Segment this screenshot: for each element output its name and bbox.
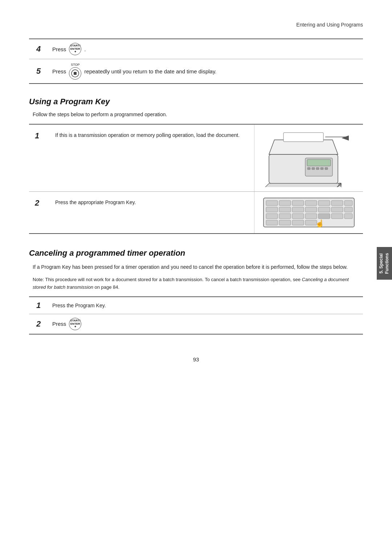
section1-step-1-image: ↗ <box>254 125 363 191</box>
section2-step-1-number: 1 <box>36 301 48 310</box>
svg-rect-24 <box>266 207 278 212</box>
section1-title: Using a Program Key <box>29 97 363 106</box>
step-4-content: Press START/ENTER✦ . <box>52 43 356 55</box>
svg-rect-8 <box>307 159 331 166</box>
start-enter-button-icon-4: START/ENTER✦ <box>69 43 81 55</box>
svg-rect-4 <box>283 133 323 142</box>
svg-rect-27 <box>305 207 317 212</box>
section2-step-2-content: Press START/ENTER✦ <box>52 318 356 330</box>
section2-step-2-row: 2 Press START/ENTER✦ <box>29 314 363 335</box>
step-4-number: 4 <box>36 44 48 54</box>
section2-step-1-text: Press the Program Key. <box>52 301 106 309</box>
svg-rect-40 <box>292 220 304 225</box>
svg-rect-39 <box>279 220 291 225</box>
fax-machine-svg: ↗ <box>262 129 356 187</box>
step-4-press-label: Press <box>52 46 66 52</box>
section1-step-2-image: ☝ <box>254 192 363 233</box>
side-tab-text: 5. Special Functions <box>379 251 390 276</box>
svg-rect-37 <box>344 214 352 219</box>
step-5-row: 5 Press STOP repeatedly until you return… <box>29 59 363 84</box>
svg-marker-3 <box>269 140 338 154</box>
step-5-content: Press STOP repeatedly until you return t… <box>52 63 356 80</box>
svg-rect-18 <box>279 200 291 206</box>
svg-rect-32 <box>279 214 291 219</box>
section2-step-1-content: Press the Program Key. <box>52 301 356 309</box>
step-4-row: 4 Press START/ENTER✦ . <box>29 39 363 59</box>
svg-rect-17 <box>266 200 278 206</box>
svg-rect-30 <box>344 207 352 212</box>
start-enter-button-icon-cancel: START/ENTER✦ <box>69 318 81 330</box>
stop-button-icon <box>69 67 81 80</box>
page: Entering and Using Programs 4 Press STAR… <box>0 0 392 555</box>
section2-step-1-row: 1 Press the Program Key. <box>29 296 363 314</box>
section2-note: Note: This procedure will not work for a… <box>33 276 363 291</box>
note-italic-ref: Canceling a document stored for batch tr… <box>33 277 349 290</box>
svg-rect-34 <box>305 214 317 219</box>
step-4-text-after: . <box>84 46 86 52</box>
section2-step-2-press-label: Press <box>52 321 66 327</box>
svg-rect-28 <box>318 207 330 212</box>
step-5-text-after: repeatedly until you return to the date … <box>84 68 216 74</box>
step-5-press-label: Press <box>52 68 66 74</box>
side-tab: 5. Special Functions <box>377 247 392 280</box>
section1-step-2-text: Press the appropriate Program Key. <box>55 198 136 206</box>
svg-rect-35 <box>318 214 330 219</box>
svg-rect-36 <box>331 214 343 219</box>
svg-rect-12 <box>320 167 323 170</box>
steps-top-group: 4 Press START/ENTER✦ . 5 Press STOP <box>29 39 363 84</box>
svg-marker-14 <box>262 183 345 187</box>
section1-step-1-row: 1 If this is a transmission operation or… <box>29 124 363 191</box>
page-header: Entering and Using Programs <box>29 22 363 28</box>
svg-marker-5 <box>342 135 349 141</box>
section2-step-2-number: 2 <box>36 319 48 329</box>
section1-step-2-text-area: 2 Press the appropriate Program Key. <box>29 192 254 233</box>
section1-step-2-inner: 2 Press the appropriate Program Key. <box>29 192 363 233</box>
svg-rect-11 <box>316 167 319 170</box>
svg-rect-38 <box>266 220 278 225</box>
svg-rect-25 <box>279 207 291 212</box>
svg-rect-29 <box>331 207 343 212</box>
section1-step-1-text-area: 1 If this is a transmission operation or… <box>29 125 254 191</box>
svg-text:↗: ↗ <box>334 180 343 187</box>
section1-step-1-number: 1 <box>35 131 46 141</box>
section1-intro: Follow the steps below to perform a prog… <box>33 112 363 117</box>
page-number: 93 <box>29 356 363 362</box>
section-using-program-key: Using a Program Key Follow the steps bel… <box>29 97 363 234</box>
svg-rect-20 <box>305 200 317 206</box>
svg-rect-1 <box>74 72 77 75</box>
stop-label-top: STOP <box>71 63 79 66</box>
svg-rect-26 <box>292 207 304 212</box>
svg-rect-31 <box>266 214 278 219</box>
svg-rect-10 <box>312 167 315 170</box>
svg-rect-9 <box>307 167 310 170</box>
svg-rect-21 <box>318 200 330 206</box>
section1-step-1-inner: 1 If this is a transmission operation or… <box>29 125 363 191</box>
section2-steps-group: 1 Press the Program Key. 2 Press START/E… <box>29 296 363 335</box>
stop-icon-svg <box>71 69 79 77</box>
svg-rect-22 <box>331 200 343 206</box>
key-panel-svg: ☝ <box>262 196 356 229</box>
svg-rect-13 <box>325 167 328 170</box>
section2-title: Canceling a programmed timer operation <box>29 248 363 258</box>
svg-rect-19 <box>292 200 304 206</box>
svg-rect-33 <box>292 214 304 219</box>
svg-text:☝: ☝ <box>315 219 324 228</box>
section1-step-1-text: If this is a transmission operation or m… <box>55 131 240 139</box>
header-title: Entering and Using Programs <box>296 22 363 28</box>
stop-button-wrapper: STOP <box>69 63 81 80</box>
step-5-number: 5 <box>36 66 48 76</box>
svg-rect-23 <box>344 200 352 206</box>
section1-step-2-row: 2 Press the appropriate Program Key. <box>29 191 363 234</box>
section1-step-2-number: 2 <box>35 198 46 208</box>
section2-body1: If a Program Key has been pressed for a … <box>33 263 363 271</box>
section-cancel: Canceling a programmed timer operation I… <box>29 248 363 335</box>
